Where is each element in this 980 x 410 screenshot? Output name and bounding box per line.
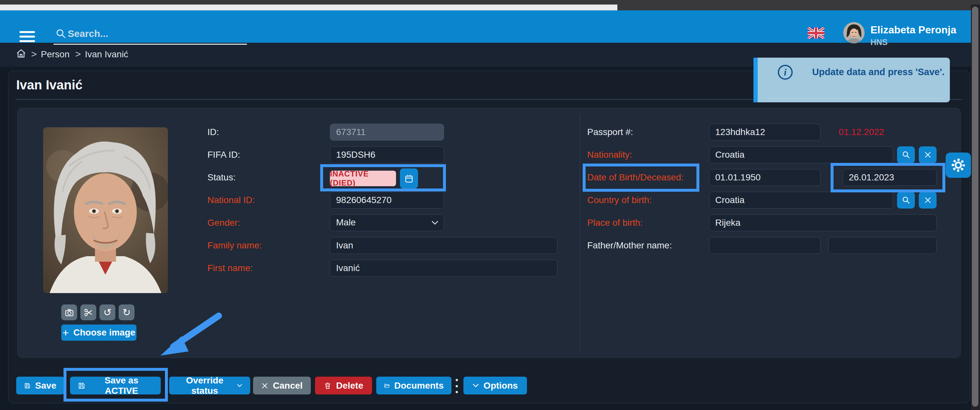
choose-image-button[interactable]: + Choose image <box>61 324 137 341</box>
folder-icon <box>384 381 390 390</box>
user-organization: HNS <box>870 38 888 47</box>
save-icon <box>24 381 31 390</box>
passport-expiry-date: 01.12.2022 <box>839 127 884 137</box>
nationality-clear-button[interactable] <box>919 146 937 163</box>
documents-button[interactable]: Documents <box>376 377 452 394</box>
date-of-birth-field[interactable] <box>709 169 821 186</box>
breadcrumb-item-current: Ivan Ivanić <box>85 49 128 60</box>
breadcrumb-separator: > <box>31 49 37 60</box>
chevron-down-icon <box>473 383 479 388</box>
save-as-active-button[interactable]: Save as ACTIVE <box>70 377 161 394</box>
label-nationality: Nationality: <box>587 149 632 160</box>
info-icon: i <box>778 65 793 79</box>
tooltip-body: i Update data and press 'Save'. <box>758 58 950 102</box>
date-deceased-field[interactable] <box>843 169 937 186</box>
cut-icon[interactable] <box>80 304 96 320</box>
cancel-button[interactable]: Cancel <box>253 377 311 394</box>
search-underline <box>54 44 247 45</box>
close-icon <box>924 151 932 159</box>
country-search-button[interactable] <box>897 192 915 208</box>
first-name-field[interactable] <box>330 260 557 277</box>
label-fifa-id: FIFA ID: <box>207 149 240 160</box>
language-flag-icon[interactable] <box>808 27 824 39</box>
camera-icon[interactable] <box>61 304 77 320</box>
label-gender: Gender: <box>207 218 240 228</box>
national-id-field[interactable] <box>330 192 444 208</box>
country-clear-button[interactable] <box>919 192 937 208</box>
chevron-down-icon <box>237 383 242 388</box>
calendar-icon <box>404 173 414 183</box>
tooltip-text: Update data and press 'Save'. <box>812 67 945 78</box>
page-title: Ivan Ivanić <box>16 78 83 92</box>
gear-icon <box>950 157 966 173</box>
label-status: Status: <box>207 172 235 183</box>
fifa-id-field[interactable] <box>330 146 444 163</box>
label-id: ID: <box>207 127 219 137</box>
top-header: Elizabeta Peronja HNS <box>0 10 971 43</box>
app-screen: Elizabeta Peronja HNS > Person > Ivan Iv… <box>0 0 980 410</box>
tooltip-accent-bar <box>754 58 758 102</box>
gender-select[interactable]: Male <box>330 215 444 231</box>
search-icon <box>902 150 911 159</box>
nationality-field[interactable] <box>709 146 893 163</box>
label-first-name: First name: <box>207 263 253 273</box>
page-scrollbar <box>971 5 980 410</box>
plus-icon: + <box>62 327 69 338</box>
close-icon <box>261 382 268 389</box>
undo-icon[interactable]: ↺ <box>100 304 115 320</box>
global-search <box>54 26 248 45</box>
breadcrumb-item-person[interactable]: Person <box>41 49 70 60</box>
delete-button[interactable]: Delete <box>315 377 372 394</box>
save-button[interactable]: Save <box>16 377 64 394</box>
search-icon <box>902 195 911 205</box>
father-name-field[interactable] <box>709 237 821 254</box>
browser-chrome-strip <box>0 5 617 10</box>
tooltip-divider <box>767 98 942 99</box>
options-button[interactable]: Options <box>463 377 527 394</box>
user-name[interactable]: Elizabeta Peronja <box>870 24 956 36</box>
trash-icon <box>324 382 331 389</box>
override-status-button[interactable]: Override status <box>169 377 250 394</box>
passport-field[interactable] <box>709 124 821 141</box>
more-actions-dots-icon <box>455 379 458 393</box>
settings-gear-button[interactable] <box>946 153 971 178</box>
browser-chrome-bar <box>0 0 980 5</box>
search-input[interactable] <box>68 27 243 41</box>
search-icon <box>55 28 67 40</box>
scrollbar-thumb[interactable] <box>972 6 978 407</box>
mother-name-field[interactable] <box>828 237 937 254</box>
place-of-birth-field[interactable] <box>709 215 937 231</box>
save-icon <box>78 381 86 390</box>
label-country-of-birth: Country of birth: <box>587 195 652 205</box>
label-national-id: National ID: <box>207 195 255 205</box>
status-calendar-button[interactable] <box>400 168 418 189</box>
nationality-search-button[interactable] <box>897 146 915 163</box>
person-photo <box>43 127 168 293</box>
label-father-mother: Father/Mother name: <box>587 240 672 251</box>
country-of-birth-field[interactable] <box>709 192 893 208</box>
label-family-name: Family name: <box>207 240 262 251</box>
label-passport: Passport #: <box>587 127 633 137</box>
id-field <box>330 124 444 141</box>
info-tooltip: i Update data and press 'Save'. <box>754 58 950 102</box>
label-dob-deceased: Date of Birth/Deceased: <box>587 172 684 183</box>
close-icon <box>924 196 932 204</box>
hamburger-menu-icon[interactable] <box>19 31 35 43</box>
status-badge: INACTIVE (DIED) <box>330 171 396 186</box>
chevron-down-icon <box>431 221 439 225</box>
redo-icon[interactable]: ↻ <box>119 304 135 320</box>
user-avatar[interactable] <box>843 22 865 43</box>
breadcrumb-separator: > <box>75 49 81 60</box>
browser-chrome-strip-dark <box>617 5 980 10</box>
label-place-of-birth: Place of birth: <box>587 218 643 228</box>
column-divider <box>579 114 580 351</box>
family-name-field[interactable] <box>330 237 557 254</box>
home-icon[interactable] <box>16 48 27 59</box>
